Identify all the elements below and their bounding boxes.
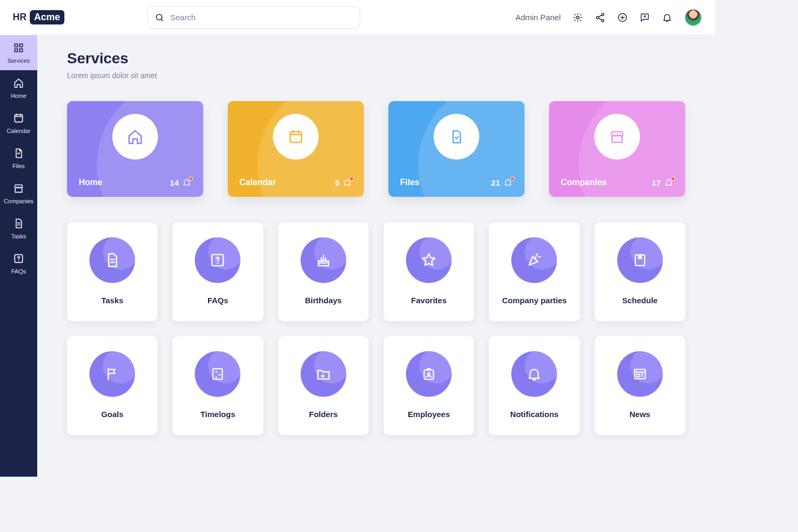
card-notifications[interactable]: Notifications — [489, 336, 579, 435]
avatar[interactable] — [684, 9, 702, 27]
document-icon — [13, 218, 24, 229]
sidebar-item-companies[interactable]: Companies — [0, 176, 37, 211]
featured-label: Companies — [561, 178, 606, 187]
party-icon — [526, 252, 543, 269]
featured-icon-circle — [594, 114, 640, 160]
search-field[interactable] — [147, 6, 360, 29]
svg-rect-8 — [15, 49, 18, 52]
sidebar-item-label: Files — [12, 163, 24, 169]
bookmark-icon — [632, 252, 648, 268]
notification-dot — [510, 177, 514, 181]
bell-icon — [503, 178, 513, 187]
sidebar-item-label: Tasks — [11, 233, 26, 239]
folder-icon — [315, 365, 332, 383]
featured-card-companies[interactable]: Companies 17 — [549, 101, 685, 197]
svg-point-16 — [322, 254, 324, 256]
card-schedule[interactable]: Schedule — [595, 222, 685, 321]
card-label: Employees — [408, 410, 450, 419]
card-timelogs[interactable]: Timelogs — [172, 336, 263, 435]
card-employees[interactable]: Employees — [384, 336, 474, 435]
featured-card-calendar[interactable]: Calendar 5 — [228, 101, 364, 197]
help-icon — [209, 252, 226, 269]
sidebar-item-label: Services — [7, 57, 30, 64]
featured-card-files[interactable]: Files 21 — [388, 101, 525, 197]
card-goals[interactable]: Goals — [67, 336, 157, 435]
file-check-icon — [448, 129, 464, 145]
search-input[interactable] — [147, 6, 360, 29]
news-icon — [632, 366, 648, 382]
header-actions: Admin Panel — [516, 9, 702, 27]
comment-icon[interactable] — [639, 12, 650, 23]
calendar-icon — [13, 112, 24, 124]
card-label: Goals — [101, 410, 123, 419]
featured-row: Home 14 — [67, 101, 685, 197]
card-news[interactable]: News — [595, 336, 685, 435]
svg-rect-6 — [15, 44, 18, 47]
svg-rect-7 — [20, 44, 23, 47]
sidebar-item-tasks[interactable]: Tasks — [0, 211, 37, 246]
home-icon — [13, 77, 24, 89]
card-folders[interactable]: Folders — [278, 336, 369, 435]
notification-dot — [189, 177, 193, 181]
card-label: News — [629, 410, 650, 419]
svg-rect-9 — [20, 49, 23, 52]
sidebar-item-calendar[interactable]: Calendar — [0, 105, 37, 140]
page-title: Services — [67, 50, 685, 67]
home-icon — [126, 128, 144, 146]
calendar-icon — [287, 128, 304, 145]
card-faqs[interactable]: FAQs — [172, 222, 263, 321]
store-icon — [13, 182, 24, 194]
card-label: Schedule — [622, 296, 658, 305]
sidebar-item-services[interactable]: Services — [0, 35, 37, 70]
sidebar-item-label: Home — [11, 93, 26, 99]
featured-label: Calendar — [239, 178, 276, 187]
card-label: Favorites — [411, 296, 447, 305]
timelog-icon — [210, 366, 226, 382]
featured-icon-circle — [434, 114, 479, 160]
card-label: Company parties — [502, 296, 567, 305]
svg-point-15 — [217, 262, 219, 264]
cards-grid: Tasks FAQs Birthdays Favorites Company p — [67, 222, 685, 435]
featured-icon-circle — [273, 114, 319, 160]
logo-prefix: HR — [13, 12, 27, 23]
sidebar-item-faqs[interactable]: FAQs — [0, 246, 37, 281]
flag-icon — [104, 366, 120, 382]
file-icon — [13, 147, 24, 159]
settings-icon[interactable] — [572, 12, 583, 23]
card-label: Timelogs — [201, 410, 236, 419]
featured-count: 5 — [335, 178, 339, 187]
sidebar: Services Home Calendar — [0, 35, 37, 477]
sidebar-item-files[interactable]: Files — [0, 140, 37, 176]
sidebar-item-label: Calendar — [7, 128, 31, 134]
svg-point-20 — [428, 373, 430, 376]
notification-dot — [671, 177, 675, 181]
admin-panel-link[interactable]: Admin Panel — [516, 13, 561, 22]
bell-icon[interactable] — [662, 12, 672, 23]
card-tasks[interactable]: Tasks — [67, 222, 157, 321]
bell-icon — [526, 366, 542, 382]
card-favorites[interactable]: Favorites — [384, 222, 474, 321]
star-icon — [420, 252, 437, 269]
card-birthdays[interactable]: Birthdays — [278, 222, 369, 321]
svg-point-1 — [577, 16, 579, 19]
store-icon — [609, 128, 626, 145]
logo-name: Acme — [30, 10, 64, 24]
sidebar-item-home[interactable]: Home — [0, 70, 37, 105]
notification-dot — [350, 177, 354, 181]
card-label: Folders — [309, 410, 338, 419]
logo: HR Acme — [13, 10, 64, 24]
help-icon — [13, 253, 24, 264]
main: Services Lorem ipsum dolor sit amet Home… — [37, 35, 715, 477]
featured-card-home[interactable]: Home 14 — [67, 101, 203, 197]
featured-count: 17 — [652, 178, 661, 187]
grid-icon — [13, 42, 24, 54]
card-company-parties[interactable]: Company parties — [489, 222, 579, 321]
card-label: FAQs — [207, 296, 228, 305]
app: HR Acme Admin Panel — [0, 0, 715, 477]
search-icon — [155, 13, 164, 22]
sidebar-item-label: FAQs — [11, 268, 26, 275]
share-icon[interactable] — [595, 12, 605, 23]
add-icon[interactable] — [617, 12, 628, 23]
svg-point-4 — [602, 19, 604, 21]
card-label: Birthdays — [305, 296, 342, 305]
